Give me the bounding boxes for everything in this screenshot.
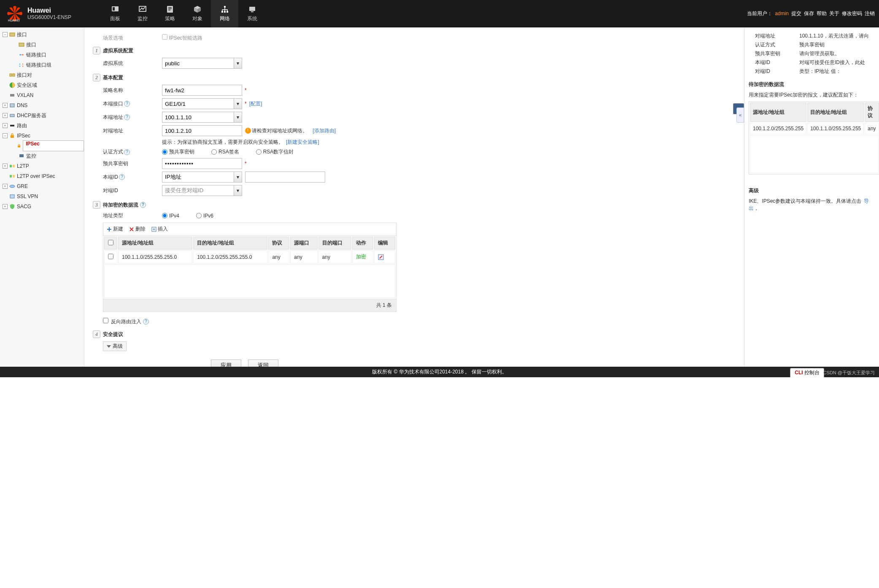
help-icon[interactable]: ? <box>143 319 149 325</box>
local-ip-select[interactable] <box>162 112 242 123</box>
tree-ipsec[interactable]: −IPSec <box>0 131 84 141</box>
expand-icon[interactable]: + <box>3 103 8 108</box>
dropdown-icon[interactable]: ▾ <box>234 172 242 183</box>
dropdown-icon[interactable]: ▾ <box>234 112 242 123</box>
link-icon <box>19 52 24 58</box>
new-policy-link[interactable]: [新建安全策略] <box>286 139 319 146</box>
flow-table: 源地址/地址组 目的地址/地址组 协议 源端口 目的端口 动作 编辑 100.1… <box>103 235 396 299</box>
peer-id-select[interactable] <box>162 185 242 196</box>
help-icon[interactable]: ? <box>124 114 130 120</box>
tree-interface-sub[interactable]: 接口 <box>9 40 84 50</box>
cli-console-tab[interactable]: CLI 控制台 <box>790 368 824 377</box>
svg-rect-35 <box>13 175 15 177</box>
ipv6-radio[interactable]: IPv6 <box>196 213 213 219</box>
save-link[interactable]: 保存 <box>804 10 814 17</box>
table-row[interactable]: 100.1.1.0/255.255.255.0 100.1.2.0/255.25… <box>104 250 395 263</box>
psk-input[interactable] <box>162 158 242 169</box>
help-icon[interactable]: ? <box>119 174 125 180</box>
pair-icon <box>9 72 15 78</box>
tree-gre[interactable]: +GRE <box>0 181 84 191</box>
svg-point-36 <box>10 185 15 188</box>
tree-zone[interactable]: 安全区域 <box>0 80 84 90</box>
reverse-route-checkbox[interactable]: 反向路由注入 <box>103 318 141 325</box>
svg-rect-6 <box>168 8 172 9</box>
add-route-link[interactable]: [添加路由] <box>313 127 336 134</box>
logout-link[interactable]: 注销 <box>865 10 875 17</box>
local-id-select[interactable] <box>162 172 242 183</box>
expand-icon[interactable]: + <box>3 204 8 209</box>
l2tp-ipsec-icon <box>9 173 15 179</box>
expand-icon[interactable]: + <box>3 113 8 118</box>
ipv4-radio[interactable]: IPv4 <box>162 213 179 219</box>
about-link[interactable]: 关于 <box>829 10 839 17</box>
new-button[interactable]: 新建 <box>107 226 123 233</box>
auth-rsa-env-radio[interactable]: RSA数字信封 <box>256 148 294 156</box>
dropdown-icon[interactable]: ▾ <box>234 185 242 196</box>
advanced-toggle[interactable]: 高级 <box>103 341 127 351</box>
tree-dns[interactable]: +DNS <box>0 100 84 110</box>
interface-icon <box>19 42 24 48</box>
help-icon[interactable]: ? <box>140 202 146 208</box>
nav-monitor[interactable]: 监控 <box>129 0 156 27</box>
submit-link[interactable]: 提交 <box>791 10 801 17</box>
tree-l2tp[interactable]: +L2TP <box>0 161 84 171</box>
peer-ip-input[interactable] <box>162 125 242 136</box>
config-link[interactable]: [配置] <box>249 100 262 107</box>
tree-interface-pair[interactable]: 接口对 <box>0 70 84 80</box>
row-checkbox[interactable] <box>108 254 113 259</box>
topbar-right: 当前用户： admin 提交 保存 帮助 关于 修改密码 注销 <box>747 10 879 17</box>
scene-option[interactable]: IPSec智能选路 <box>162 34 202 42</box>
collapse-icon[interactable]: − <box>3 133 8 138</box>
tree-link-interface[interactable]: 链路接口 <box>9 50 84 60</box>
help-icon[interactable]: ? <box>124 101 130 107</box>
nav-system[interactable]: 系统 <box>238 0 266 27</box>
expand-icon[interactable]: + <box>3 123 8 128</box>
section-proposal: 4安全提议 <box>93 330 396 338</box>
col-sport: 源端口 <box>290 236 317 250</box>
nav-panel[interactable]: 面板 <box>101 0 129 27</box>
help-link[interactable]: 帮助 <box>817 10 827 17</box>
select-all-checkbox[interactable] <box>108 240 113 245</box>
dhcp-icon <box>9 113 15 118</box>
local-id-value[interactable] <box>245 172 325 183</box>
dropdown-icon[interactable]: ▾ <box>234 98 242 109</box>
apply-button[interactable]: 应用 <box>211 360 241 367</box>
expand-icon[interactable]: + <box>3 184 8 189</box>
tree-ipsec-monitor[interactable]: 监控 <box>9 151 84 161</box>
auth-rsa-sig-radio[interactable]: RSA签名 <box>211 148 239 156</box>
tree-route[interactable]: +路由 <box>0 121 84 131</box>
dropdown-icon[interactable]: ▾ <box>234 58 242 69</box>
auth-psk-radio[interactable]: 预共享密钥 <box>162 148 194 156</box>
vsys-label: 虚拟系统 <box>103 60 162 67</box>
help-icon[interactable]: ? <box>124 149 130 155</box>
nav-object[interactable]: 对象 <box>183 0 211 27</box>
local-id-label: 本端ID? <box>103 174 162 181</box>
tree-l2tp-ipsec[interactable]: L2TP over IPSec <box>0 171 84 181</box>
tree-sacg[interactable]: +SACG <box>0 201 84 212</box>
nav-network[interactable]: 网络 <box>211 0 238 27</box>
svg-rect-14 <box>10 33 15 36</box>
tree-sslvpn[interactable]: SSL VPN <box>0 191 84 201</box>
monitor-icon <box>138 5 147 13</box>
back-button[interactable]: 返回 <box>248 360 278 367</box>
vsys-select[interactable] <box>162 58 242 69</box>
local-if-select[interactable] <box>162 98 242 109</box>
svg-rect-26 <box>10 104 14 107</box>
tree-vxlan[interactable]: VXLAN <box>0 90 84 100</box>
insert-button[interactable]: 插入 <box>151 226 168 233</box>
change-pwd-link[interactable]: 修改密码 <box>842 10 862 17</box>
dns-icon <box>9 102 15 108</box>
tree-link-group[interactable]: 链路接口组 <box>9 60 84 70</box>
tree-interface[interactable]: −接口 <box>0 30 84 40</box>
edit-icon[interactable] <box>378 254 384 260</box>
panel-collapse-button[interactable]: « <box>736 107 744 123</box>
collapse-icon[interactable]: − <box>3 32 8 37</box>
svg-rect-2 <box>113 7 115 11</box>
expand-icon[interactable]: + <box>3 164 8 169</box>
nav-policy[interactable]: 策略 <box>156 0 183 27</box>
policy-name-input[interactable] <box>162 85 242 96</box>
delete-button[interactable]: 删除 <box>129 226 146 233</box>
tree-ipsec-sub[interactable]: IPSec <box>9 141 84 151</box>
interface-icon <box>9 32 15 38</box>
tree-dhcp[interactable]: +DHCP服务器 <box>0 110 84 121</box>
